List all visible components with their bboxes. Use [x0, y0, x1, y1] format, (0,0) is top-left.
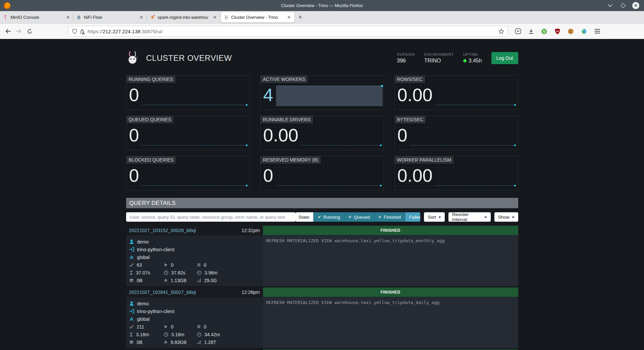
url-bar[interactable]: https://212.227.224.138:30876/ui/ — [68, 26, 508, 37]
show-dropdown[interactable]: Show — [494, 212, 518, 222]
tab-cluster-overview-trino[interactable]: Cluster Overview - Trino ✕ — [221, 12, 294, 23]
window-minimize-button[interactable] — [607, 2, 613, 9]
reorder-interval-dropdown[interactable]: Reorder Interval — [448, 212, 491, 222]
total-cpu-gauge-icon — [197, 270, 202, 275]
query-text: REFRESH MATERIALIZED VIEW warehouse.taxi… — [263, 235, 518, 286]
stat-tile-reserved-memory: RESERVED MEMORY (B) 0 — [260, 156, 384, 190]
forward-button[interactable] — [13, 26, 24, 37]
window-maximize-button[interactable] — [620, 2, 626, 9]
cumulative-memory: 29.0G — [204, 278, 217, 283]
extension-green-icon[interactable] — [541, 28, 547, 35]
peak-memory: 9.83GB — [171, 340, 186, 345]
chevron-down-icon — [512, 217, 515, 218]
peak-memory-flame-icon — [164, 340, 168, 345]
running-splits: 0 — [171, 324, 174, 330]
hamburger-menu-icon[interactable] — [594, 29, 600, 34]
downloads-icon[interactable] — [528, 29, 534, 34]
stat-label: RESERVED MEMORY (B) — [261, 156, 321, 164]
stat-label: BLOCKED QUERIES — [126, 156, 176, 164]
tab-close-icon[interactable]: ✕ — [212, 15, 217, 20]
tab-minio-console[interactable]: MinIO Console ✕ — [0, 11, 73, 24]
cpu-time-clock-icon — [164, 332, 168, 337]
cookie-extension-icon[interactable] — [568, 28, 574, 35]
stat-label: WORKER PARALLELISM — [395, 156, 454, 164]
stat-tile-bytes-per-sec: BYTES/SEC 0 — [394, 116, 518, 150]
url-host: 212.227.224.138 — [103, 29, 141, 34]
sparkline — [142, 83, 249, 107]
query-user: demo — [137, 301, 149, 306]
url-scheme: https:// — [88, 29, 103, 34]
query-user: demo — [137, 239, 149, 245]
query-id-link[interactable]: 20221027_102841_00027_b8xji — [129, 290, 196, 295]
window-close-button[interactable]: ✕ — [632, 2, 639, 9]
check-icon: ✔ — [378, 215, 382, 219]
sparkline — [301, 123, 383, 147]
wall-time-hourglass-icon — [129, 270, 133, 275]
bookmark-star-icon[interactable] — [498, 29, 504, 34]
current-memory-drive-icon — [129, 340, 134, 344]
stat-value: 0.00 — [397, 164, 433, 188]
version-label: VERSION — [397, 52, 415, 56]
shield-icon[interactable] — [72, 29, 77, 34]
cumulative-memory: 1.28T — [204, 340, 216, 345]
url-text[interactable]: https://212.227.224.138:30876/ui/ — [88, 29, 496, 34]
tab-nifi-flow[interactable]: NiFi Flow ✕ — [73, 11, 147, 24]
wall-time-hourglass-icon — [129, 332, 133, 337]
query-row: 20221027_102841_00027_b8xji 12:28pm FINI… — [126, 287, 518, 348]
query-search-input[interactable] — [126, 212, 296, 222]
query-time: 12:28pm — [241, 290, 260, 295]
completed-splits: 211 — [137, 324, 144, 330]
query-id-link[interactable]: 20221027_103152_00028_b8xji — [129, 228, 196, 233]
chevron-down-icon — [484, 217, 487, 218]
pocket-icon[interactable] — [515, 28, 521, 34]
state-filter-finished[interactable]: ✔Finished — [374, 212, 405, 222]
resource-group-icon: A — [129, 316, 134, 321]
browser-toolbar: https://212.227.224.138:30876/ui/ uO — [0, 24, 644, 39]
state-filter-running[interactable]: ✔Running — [313, 212, 344, 222]
trino-bunny-logo — [126, 51, 139, 65]
queued-splits-pause-icon — [197, 263, 201, 267]
completed-splits-check-icon — [129, 324, 134, 329]
query-list: 20221027_103152_00028_b8xji 12:31pm FINI… — [126, 225, 518, 350]
query-source: trino-python-client — [137, 247, 174, 252]
window-title: Cluster Overview - Trino — Mozilla Firef… — [0, 3, 644, 8]
back-button[interactable] — [3, 26, 13, 37]
stat-tile-active-workers: ACTIVE WORKERS 4 — [260, 75, 384, 110]
tab-close-icon[interactable]: ✕ — [139, 15, 144, 20]
queued-splits: 0 — [204, 324, 207, 330]
query-resource-group: global — [137, 316, 150, 322]
resource-group-icon: A — [129, 255, 134, 260]
completed-splits-check-icon — [129, 263, 134, 267]
tab-close-icon[interactable]: ✕ — [286, 15, 291, 20]
wall-time: 3.18m — [136, 332, 149, 337]
tab-bar: MinIO Console ✕ NiFi Flow ✕ spark-ingest… — [0, 11, 644, 24]
total-cpu-time: 34.42m — [205, 332, 220, 337]
lock-warning-icon[interactable] — [80, 29, 85, 34]
tab-spark-notebook[interactable]: spark-ingest-into-warehou ✕ — [147, 11, 220, 24]
environment-meta: ENVIRONMENT TRINO — [424, 52, 454, 64]
stat-label: RUNNABLE DRIVERS — [261, 116, 313, 123]
app-header: CLUSTER OVERVIEW VERSION 396 ENVIRONMENT… — [126, 39, 518, 70]
sort-dropdown[interactable]: Sort — [424, 212, 445, 222]
cumulative-memory-grid-icon — [197, 340, 201, 344]
ublock-origin-icon[interactable]: uO — [554, 28, 560, 34]
extension-pinwheel-icon[interactable] — [581, 28, 587, 35]
new-tab-button[interactable]: + — [295, 12, 305, 22]
chevron-down-icon — [438, 217, 441, 218]
nifi-favicon — [76, 15, 81, 19]
cluster-stats-grid: RUNNING QUERIES 0 ACTIVE WORKERS 4 ROWS/… — [126, 75, 518, 190]
stat-value-active-workers-link[interactable]: 4 — [263, 83, 273, 107]
query-time: 12:31pm — [241, 228, 260, 233]
source-sign-in-icon — [129, 309, 134, 314]
current-memory: 0B — [137, 340, 143, 345]
reload-button[interactable] — [24, 26, 35, 37]
tab-close-icon[interactable]: ✕ — [65, 15, 70, 20]
logout-button[interactable]: Log Out — [491, 52, 518, 64]
state-filter-label: State: — [296, 212, 313, 222]
stat-value: 0 — [129, 123, 139, 147]
cpu-time: 37.62s — [171, 270, 185, 275]
environment-value: TRINO — [424, 58, 454, 64]
state-filter-failed-dropdown[interactable]: Failed — [405, 212, 420, 222]
state-filter-queued[interactable]: ✔Queued — [344, 212, 374, 222]
running-splits-play-icon — [164, 263, 168, 267]
